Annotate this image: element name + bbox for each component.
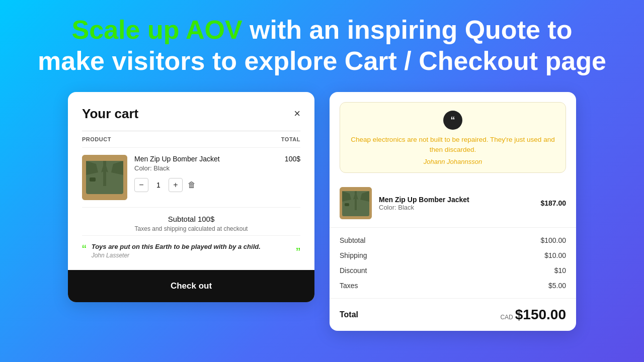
checkout-quote-author: Johann Johannsson [350, 158, 555, 165]
subtotal-area: Subtotal 100$ Taxes and shipping calcula… [82, 207, 300, 235]
checkout-item-color: Color: Black [379, 204, 533, 211]
quote-icon-circle: “ [443, 111, 462, 130]
cart-card: Your cart × PRODUCT TOTAL Men Zip Up [68, 92, 314, 302]
breakdown-discount-value: $10 [554, 266, 566, 275]
svg-rect-10 [355, 191, 357, 210]
qty-controls: − 1 + 🗑 [134, 178, 278, 192]
headline-aov: Scale up [72, 15, 186, 44]
checkout-button[interactable]: Check out [68, 270, 314, 302]
total-label: Total [340, 310, 358, 319]
breakdown-subtotal-value: $100.00 [540, 236, 566, 244]
subtotal-note: Taxes and shipping calculated at checkou… [82, 225, 300, 232]
total-row: Total CAD $150.00 [330, 298, 576, 331]
breakdown-shipping-label: Shipping [340, 251, 367, 259]
breakdown-subtotal-label: Subtotal [340, 236, 365, 244]
cart-columns: PRODUCT TOTAL [82, 131, 300, 147]
cards-row: Your cart × PRODUCT TOTAL Men Zip Up [0, 92, 644, 331]
breakdown-shipping: Shipping $10.00 [340, 248, 566, 263]
breakdown-discount-label: Discount [340, 266, 367, 275]
checkout-quote-banner: “ Cheap electronics are not built to be … [340, 102, 566, 173]
qty-plus-button[interactable]: + [169, 178, 183, 192]
checkout-item: Men Zip Up Bomber Jacket Color: Black $1… [330, 181, 576, 227]
cart-item: Men Zip Up Bomber Jacket Color: Black − … [82, 147, 300, 207]
total-amount: $150.00 [515, 307, 566, 323]
breakdown-taxes-label: Taxes [340, 282, 358, 290]
headline-rest1: with an inspiring Quote to [243, 15, 573, 44]
breakdown-taxes: Taxes $5.00 [340, 278, 566, 293]
quote-close-icon: ” [296, 246, 300, 259]
total-currency: CAD [500, 314, 513, 321]
headline-aov-word: AOV [186, 15, 243, 44]
checkout-item-price: $187.00 [540, 199, 566, 207]
delete-button[interactable]: 🗑 [188, 180, 196, 190]
svg-rect-3 [103, 161, 106, 186]
cart-item-price: 100$ [285, 155, 300, 163]
cart-title: Your cart [82, 106, 138, 122]
headline: Scale up AOV with an inspiring Quote to … [18, 14, 626, 77]
breakdown-shipping-value: $10.00 [544, 251, 566, 259]
close-button[interactable]: × [294, 108, 300, 119]
breakdown-discount: Discount $10 [340, 263, 566, 278]
checkout-breakdown: Subtotal $100.00 Shipping $10.00 Discoun… [330, 227, 576, 298]
subtotal-text: Subtotal 100$ [82, 215, 300, 223]
cart-quote-area: “ Toys are put on this Earth to be playe… [82, 235, 300, 266]
cart-quote-text-area: Toys are put on this Earth to be played … [92, 243, 291, 259]
breakdown-taxes-value: $5.00 [548, 282, 566, 290]
quote-icon: “ [451, 116, 455, 125]
checkout-item-image [340, 187, 372, 219]
svg-rect-6 [90, 177, 96, 182]
breakdown-subtotal: Subtotal $100.00 [340, 233, 566, 248]
qty-value: 1 [153, 181, 164, 189]
quote-open-icon: “ [82, 243, 87, 256]
svg-rect-13 [345, 203, 349, 206]
cart-item-details: Men Zip Up Bomber Jacket Color: Black − … [134, 155, 278, 192]
cart-quote-author: John Lasseter [92, 252, 291, 259]
cart-item-image [82, 155, 127, 200]
cart-item-name: Men Zip Up Bomber Jacket [134, 155, 278, 163]
checkout-card: “ Cheap electronics are not built to be … [330, 92, 576, 331]
col-total: TOTAL [281, 136, 300, 142]
cart-header: Your cart × [82, 106, 300, 122]
cart-quote-text: Toys are put on this Earth to be played … [92, 243, 291, 250]
col-product: PRODUCT [82, 136, 111, 142]
cart-item-color: Color: Black [134, 164, 278, 172]
checkout-item-details: Men Zip Up Bomber Jacket Color: Black [379, 196, 533, 211]
checkout-item-name: Men Zip Up Bomber Jacket [379, 196, 533, 204]
qty-minus-button[interactable]: − [134, 178, 148, 192]
checkout-quote-text: Cheap electronics are not built to be re… [350, 135, 555, 155]
headline-line2: make visitors to explore Cart / Checkout… [38, 45, 606, 76]
total-value-area: CAD $150.00 [500, 307, 566, 323]
